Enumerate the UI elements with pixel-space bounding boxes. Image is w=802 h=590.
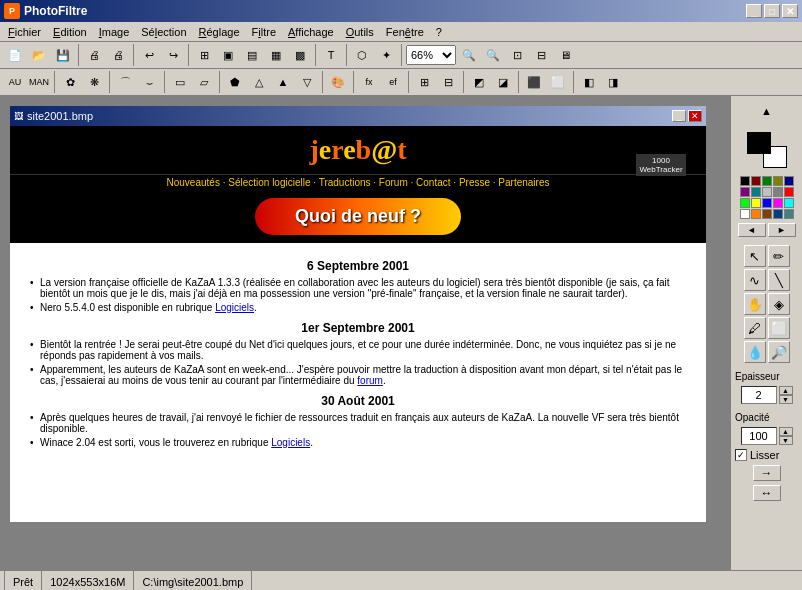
- menu-reglage[interactable]: Réglage: [193, 23, 246, 41]
- opacite-down[interactable]: ▼: [779, 436, 793, 445]
- web-body[interactable]: 6 Septembre 2001 La version française of…: [10, 243, 706, 522]
- lasso-button[interactable]: ⬡: [351, 44, 373, 66]
- foreground-color[interactable]: [747, 132, 771, 154]
- color-olive[interactable]: [773, 176, 783, 186]
- t2-b14[interactable]: fx: [358, 71, 380, 93]
- grid-button[interactable]: ⊞: [193, 44, 215, 66]
- color-slate[interactable]: [784, 209, 794, 219]
- opacite-input[interactable]: [741, 427, 777, 445]
- color-purple[interactable]: [740, 187, 750, 197]
- opacite-up[interactable]: ▲: [779, 427, 793, 436]
- t2-b3[interactable]: ✿: [59, 71, 81, 93]
- filter1-button[interactable]: ▣: [217, 44, 239, 66]
- lisser-checkbox[interactable]: ✓: [735, 449, 747, 461]
- line-tool[interactable]: ╲: [768, 269, 790, 291]
- magic-button[interactable]: ✦: [375, 44, 397, 66]
- t2-b22[interactable]: ◧: [578, 71, 600, 93]
- t2-b19[interactable]: ◪: [492, 71, 514, 93]
- inner-close[interactable]: ✕: [688, 110, 702, 122]
- epaisseur-down[interactable]: ▼: [779, 395, 793, 404]
- menu-fichier[interactable]: Fichier: [2, 23, 47, 41]
- color-red[interactable]: [784, 187, 794, 197]
- palette-prev[interactable]: ◄: [738, 223, 766, 237]
- arrow-right-button[interactable]: →: [753, 465, 781, 481]
- filter2-button[interactable]: ▤: [241, 44, 263, 66]
- redo-button[interactable]: ↪: [162, 44, 184, 66]
- t2-b4[interactable]: ❋: [83, 71, 105, 93]
- zoom-100-button[interactable]: ⊟: [530, 44, 552, 66]
- undo-button[interactable]: ↩: [138, 44, 160, 66]
- color-fuchsia[interactable]: [773, 198, 783, 208]
- color-gray[interactable]: [773, 187, 783, 197]
- menu-edition[interactable]: Edition: [47, 23, 93, 41]
- t2-b23[interactable]: ◨: [602, 71, 624, 93]
- lasso-tool[interactable]: ∿: [744, 269, 766, 291]
- menu-selection[interactable]: Sélection: [135, 23, 192, 41]
- paint-tool[interactable]: ✏: [768, 245, 790, 267]
- t2-b13[interactable]: 🎨: [327, 71, 349, 93]
- epaisseur-input[interactable]: [741, 386, 777, 404]
- color-orange[interactable]: [751, 209, 761, 219]
- color-maroon[interactable]: [751, 176, 761, 186]
- fill-tool[interactable]: ◈: [768, 293, 790, 315]
- t2-b2[interactable]: MAN: [28, 71, 50, 93]
- zoom-out-button[interactable]: 🔍: [458, 44, 480, 66]
- color-darkblue[interactable]: [773, 209, 783, 219]
- color-blue[interactable]: [762, 198, 772, 208]
- eraser-tool[interactable]: ⬜: [768, 317, 790, 339]
- monitor-button[interactable]: 🖥: [554, 44, 576, 66]
- t2-b9[interactable]: ⬟: [224, 71, 246, 93]
- color-brown[interactable]: [762, 209, 772, 219]
- logiciels-link-1[interactable]: Logiciels: [215, 302, 254, 313]
- inner-minimize[interactable]: _: [672, 110, 686, 122]
- open-button[interactable]: 📂: [28, 44, 50, 66]
- color-navy[interactable]: [784, 176, 794, 186]
- t2-b8[interactable]: ▱: [193, 71, 215, 93]
- t2-b16[interactable]: ⊞: [413, 71, 435, 93]
- menu-image[interactable]: Image: [93, 23, 136, 41]
- canvas-area[interactable]: 🖼 site2001.bmp _ ✕ jereb@t 1000WebTracke…: [0, 96, 730, 570]
- filter4-button[interactable]: ▩: [289, 44, 311, 66]
- menu-help[interactable]: ?: [430, 23, 448, 41]
- palette-next[interactable]: ►: [768, 223, 796, 237]
- logiciels-link-2[interactable]: Logiciels: [271, 437, 310, 448]
- menu-filtre[interactable]: Filtre: [246, 23, 282, 41]
- close-button[interactable]: ✕: [782, 4, 798, 18]
- zoom-in-button[interactable]: 🔍: [482, 44, 504, 66]
- color-aqua[interactable]: [784, 198, 794, 208]
- arrow-left-right-button[interactable]: ↔: [753, 485, 781, 501]
- dropper-tool[interactable]: 💧: [744, 341, 766, 363]
- save-button[interactable]: 💾: [52, 44, 74, 66]
- new-button[interactable]: 📄: [4, 44, 26, 66]
- t2-b6[interactable]: ⌣: [138, 71, 160, 93]
- scroll-up-button[interactable]: ▲: [737, 100, 797, 122]
- color-silver[interactable]: [762, 187, 772, 197]
- color-black[interactable]: [740, 176, 750, 186]
- color-teal[interactable]: [751, 187, 761, 197]
- filter3-button[interactable]: ▦: [265, 44, 287, 66]
- color-yellow[interactable]: [751, 198, 761, 208]
- color-lime[interactable]: [740, 198, 750, 208]
- print-button[interactable]: 🖨: [83, 44, 105, 66]
- select-tool[interactable]: ↖: [744, 245, 766, 267]
- t2-b20[interactable]: ⬛: [523, 71, 545, 93]
- t2-b12[interactable]: ▽: [296, 71, 318, 93]
- text-button[interactable]: T: [320, 44, 342, 66]
- t2-b15[interactable]: ef: [382, 71, 404, 93]
- t2-b7[interactable]: ▭: [169, 71, 191, 93]
- forum-link[interactable]: forum: [357, 375, 383, 386]
- menu-outils[interactable]: Outils: [340, 23, 380, 41]
- zoom-fit-button[interactable]: ⊡: [506, 44, 528, 66]
- minimize-button[interactable]: _: [746, 4, 762, 18]
- t2-b11[interactable]: ▲: [272, 71, 294, 93]
- zoom-select[interactable]: 66%: [406, 45, 456, 65]
- epaisseur-up[interactable]: ▲: [779, 386, 793, 395]
- zoom-tool[interactable]: 🔎: [768, 341, 790, 363]
- t2-b18[interactable]: ◩: [468, 71, 490, 93]
- pen-tool[interactable]: 🖊: [744, 317, 766, 339]
- t2-b17[interactable]: ⊟: [437, 71, 459, 93]
- t2-b5[interactable]: ⌒: [114, 71, 136, 93]
- color-green[interactable]: [762, 176, 772, 186]
- menu-affichage[interactable]: Affichage: [282, 23, 340, 41]
- color-white[interactable]: [740, 209, 750, 219]
